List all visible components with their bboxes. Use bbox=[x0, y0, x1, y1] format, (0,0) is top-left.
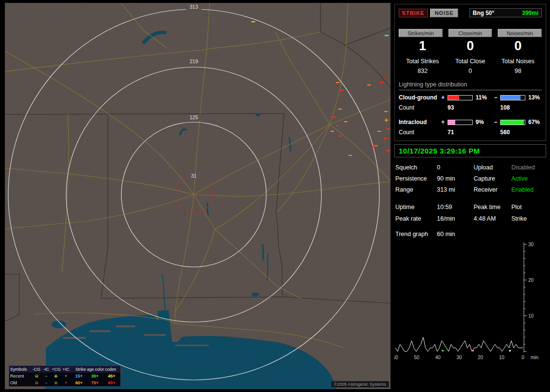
total-strikes-value: 832 bbox=[399, 68, 447, 74]
map-canvas: 313 219 125 31 bbox=[5, 3, 391, 389]
count-label: Count bbox=[399, 129, 441, 136]
range-value: 313 mi bbox=[437, 186, 474, 193]
cloud-ground-counts: Count 93 108 bbox=[399, 104, 542, 111]
svg-text:50: 50 bbox=[414, 355, 420, 360]
upload-label: Upload bbox=[474, 164, 511, 171]
svg-text:20: 20 bbox=[478, 355, 483, 360]
stats-panel: STRIKE NOISE Bng 50° 399mi Strikes/min C… bbox=[394, 4, 546, 141]
neg-cg-icon: ⊖ bbox=[31, 373, 42, 379]
age-75: 75+ bbox=[87, 379, 103, 386]
ring-label-219: 219 bbox=[189, 58, 198, 64]
display-toggles: STRIKE NOISE Bng 50° 399mi bbox=[399, 8, 542, 17]
svg-text:20: 20 bbox=[528, 278, 534, 283]
cloud-ground-label: Cloud-ground bbox=[399, 94, 441, 101]
cg-plus-gauge bbox=[448, 95, 473, 100]
neg-cg-old-icon: ⊖ bbox=[31, 379, 42, 386]
trend-graph-header: Trend graph 60 min bbox=[394, 231, 546, 238]
legend-age-header: Strike age color codes bbox=[71, 366, 120, 373]
age-90: 90+ bbox=[103, 379, 120, 386]
trend-graph: 3020106050403020100min bbox=[394, 241, 544, 363]
capture-status: Active bbox=[511, 175, 545, 182]
strikes-per-min-button[interactable]: Strikes/min bbox=[399, 29, 443, 37]
svg-text:30: 30 bbox=[528, 242, 534, 247]
svg-text:10: 10 bbox=[499, 355, 505, 360]
ic-plus-gauge bbox=[448, 120, 473, 125]
legend-col-ncg: -CG bbox=[31, 366, 42, 373]
persistence-label: Persistence bbox=[395, 175, 437, 182]
ring-label-31: 31 bbox=[191, 173, 197, 179]
datetime-display: 10/17/2025 3:29:16 PM bbox=[394, 144, 546, 157]
legend-recent-label: Recent bbox=[9, 373, 31, 379]
peak-rate-label: Peak rate bbox=[395, 215, 437, 222]
total-noises-value: 98 bbox=[494, 68, 542, 74]
rate-buttons: Strikes/min Close/min Noises/min bbox=[399, 29, 542, 37]
pos-cg-icon: ⊕ bbox=[51, 373, 61, 379]
datetime-value: 10/17/2025 3:29:16 PM bbox=[399, 147, 480, 155]
cg-minus-count: 108 bbox=[500, 104, 527, 111]
nexstorm-app: { "colors": { "status_green": "#00dd00",… bbox=[0, 0, 550, 392]
pos-cg-old-icon: ⊕ bbox=[51, 379, 61, 386]
persistence-value: 90 min bbox=[437, 175, 474, 182]
trend-graph-period: 60 min bbox=[437, 231, 545, 238]
legend-col-pic: +IC bbox=[61, 366, 71, 373]
upload-status: Disabled bbox=[511, 164, 545, 171]
distribution-title: Lightning type distribution bbox=[399, 81, 542, 90]
intracloud-label: Intracloud bbox=[399, 119, 441, 126]
range-label: Range bbox=[395, 186, 437, 193]
legend-col-pcg: +CG bbox=[51, 366, 61, 373]
minus-sign: − bbox=[494, 119, 500, 126]
cg-plus-pct: 11% bbox=[475, 94, 494, 101]
control-panel: STRIKE NOISE Bng 50° 399mi Strikes/min C… bbox=[394, 4, 546, 389]
receiver-label: Receiver bbox=[474, 186, 511, 193]
ic-minus-gauge bbox=[500, 120, 525, 125]
bearing-range-display: Bng 50° 399mi bbox=[469, 8, 542, 17]
ring-label-313: 313 bbox=[189, 4, 198, 10]
count-label: Count bbox=[399, 104, 441, 111]
strike-toggle-button[interactable]: STRIKE bbox=[399, 9, 428, 17]
noises-per-min-value: 0 bbox=[494, 39, 542, 54]
age-30: 30+ bbox=[87, 373, 103, 379]
uptime-value: 10:59 bbox=[437, 204, 474, 210]
pos-ic-old-icon: + bbox=[61, 379, 71, 386]
svg-text:min: min bbox=[531, 355, 538, 360]
intracloud-row: Intracloud + 9% − 67% bbox=[399, 119, 542, 126]
cg-plus-count: 93 bbox=[448, 104, 475, 111]
legend-col-nic: -IC bbox=[42, 366, 51, 373]
status-grid: Squelch 0 Upload Disabled Persistence 90… bbox=[394, 164, 546, 193]
strike-map[interactable]: 313 219 125 31 Symbols -CG -IC +CG +IC S… bbox=[5, 3, 391, 389]
close-per-min-value: 0 bbox=[447, 39, 494, 54]
capture-label: Capture bbox=[474, 175, 511, 182]
peak-rate-value: 16/min bbox=[437, 215, 474, 222]
svg-text:40: 40 bbox=[435, 355, 441, 360]
receiver-status: Enabled bbox=[511, 186, 545, 193]
total-noises-label: Total Noises bbox=[494, 58, 542, 65]
ic-plus-pct: 9% bbox=[475, 119, 494, 126]
age-60: 60+ bbox=[71, 379, 87, 386]
trend-graph-label: Trend graph bbox=[395, 231, 437, 238]
noise-toggle-button[interactable]: NOISE bbox=[430, 9, 458, 17]
bearing-value: Bng 50° bbox=[473, 10, 494, 16]
ic-plus-count: 71 bbox=[448, 129, 475, 136]
cursor-range-value: 399mi bbox=[522, 10, 538, 16]
svg-text:30: 30 bbox=[456, 355, 462, 360]
plot-label: Plot bbox=[511, 204, 545, 210]
close-per-min-button[interactable]: Close/min bbox=[449, 29, 492, 37]
ic-minus-pct: 67% bbox=[527, 119, 542, 126]
cg-minus-gauge bbox=[500, 95, 525, 100]
rate-values: 1 0 0 bbox=[399, 39, 542, 54]
legend-old-label: Old bbox=[9, 379, 31, 386]
ic-minus-count: 560 bbox=[500, 129, 527, 136]
peak-time-label: Peak time bbox=[474, 204, 511, 210]
minus-sign: − bbox=[494, 94, 500, 101]
neg-ic-old-icon: − bbox=[42, 379, 51, 386]
total-strikes-label: Total Strikes bbox=[399, 58, 447, 65]
peak-time-value: 4:48 AM bbox=[474, 215, 511, 222]
age-15: 15+ bbox=[71, 373, 87, 379]
squelch-value: 0 bbox=[437, 164, 474, 171]
cg-minus-pct: 13% bbox=[527, 94, 542, 101]
total-close-value: 0 bbox=[447, 68, 494, 74]
noises-per-min-button[interactable]: Noises/min bbox=[498, 29, 542, 37]
strikes-per-min-value: 1 bbox=[399, 39, 447, 54]
total-close-label: Total Close bbox=[447, 58, 494, 65]
copyright-label: ©2005 Astrogenic Systems bbox=[331, 381, 389, 388]
